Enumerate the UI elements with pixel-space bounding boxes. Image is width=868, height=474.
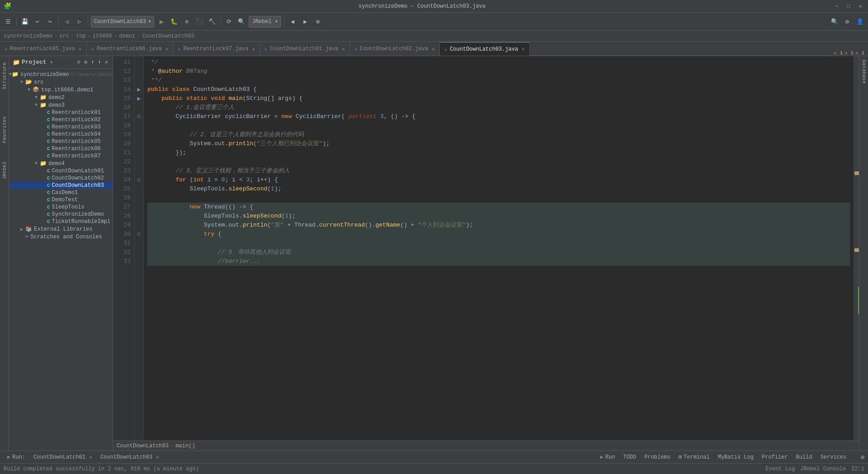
tab-reentrantlock05[interactable]: ☕ ReentrantLock05.java ✕ xyxy=(0,42,87,56)
tab-reentrantlock06[interactable]: ☕ ReentrantLock06.java ✕ xyxy=(87,42,174,56)
sidebar-dropdown-icon[interactable]: ▾ xyxy=(50,59,53,65)
tree-item-rl06[interactable]: C ReentrantLock06 xyxy=(9,145,113,152)
scroll-thumb[interactable] xyxy=(858,287,859,314)
favorites-tab[interactable]: Favorites xyxy=(1,114,8,146)
tree-item-rl05[interactable]: C ReentrantLock05 xyxy=(9,138,113,145)
tree-item-ticketrunnableimpl[interactable]: C TicketRunnableImpl xyxy=(9,218,113,225)
maximize-button[interactable]: □ xyxy=(844,2,853,10)
prev-button[interactable]: ◀ xyxy=(287,15,298,28)
tree-item-external-libs[interactable]: ▶ 📚 External Libraries xyxy=(9,225,113,233)
run-cdl03-tab[interactable]: CountDownLatch03 ✕ xyxy=(97,453,163,461)
structure-tab[interactable]: Structure xyxy=(1,60,8,92)
save-button[interactable]: 💾 xyxy=(19,15,30,28)
tab-close-button2[interactable]: ✕ xyxy=(165,46,169,52)
editor-breadcrumb-method[interactable]: main() xyxy=(175,443,195,449)
undo-button[interactable]: ↩ xyxy=(32,15,43,28)
tree-item-src[interactable]: ▼ 📂 src xyxy=(9,78,113,86)
tree-item-rl04[interactable]: C ReentrantLock04 xyxy=(9,131,113,138)
run-button[interactable]: ▶ xyxy=(156,15,167,28)
settings-button[interactable]: ⚙ xyxy=(312,15,323,28)
sidebar-sync-button[interactable]: ⊙ xyxy=(76,58,81,66)
tree-item-demo4[interactable]: ▼ 📁 demo4 xyxy=(9,160,113,167)
tree-item-package[interactable]: ▼ 📦 top.it6666.demo1 xyxy=(9,86,113,94)
update-button[interactable]: ⟳ xyxy=(223,15,234,28)
tree-item-rl07[interactable]: C ReentrantLock07 xyxy=(9,152,113,160)
tree-item-rl01[interactable]: C ReentrantLock01 xyxy=(9,109,113,116)
editor-breadcrumb-class[interactable]: CountDownLatch03 xyxy=(117,443,169,449)
event-log-button[interactable]: Event Log xyxy=(766,466,795,472)
tree-item-sleeptools[interactable]: C SleepTools xyxy=(9,204,113,211)
panel-settings-button[interactable]: ⚙ xyxy=(861,454,864,461)
build-button[interactable]: 🔨 xyxy=(207,15,217,28)
tab-countdownlatch01[interactable]: ☕ CountDownLatch01.java ✕ xyxy=(260,42,350,56)
tree-item-scratches[interactable]: ✂ Scratches and Consoles xyxy=(9,233,113,241)
tree-item-cdl01[interactable]: C CountDownLatch01 xyxy=(9,167,113,175)
tree-item-synchronizedemo[interactable]: ▼ 📁 synchronizeDemo C:\Users\30315\Dow xyxy=(9,71,113,78)
navigate-forward-button[interactable]: ▷ xyxy=(74,15,85,28)
sidebar-collapse-button[interactable]: ⬇ xyxy=(97,58,102,66)
tool-tab-profiler[interactable]: Profiler xyxy=(758,453,792,461)
jrebel-tab[interactable]: JRebel xyxy=(1,159,8,182)
breadcrumb-item-5[interactable]: demo1 xyxy=(119,33,135,39)
tab-close-button6[interactable]: ✕ xyxy=(522,46,525,52)
tree-item-demo2[interactable]: ▼ 📁 demo2 xyxy=(9,94,113,101)
tool-tab-services[interactable]: Services xyxy=(817,453,850,461)
gutter-14[interactable]: ▶ xyxy=(136,85,142,94)
minimize-button[interactable]: ─ xyxy=(833,2,841,10)
gutter-17[interactable]: ⊟ xyxy=(136,112,142,121)
breadcrumb-item-1[interactable]: synchronizeDemo xyxy=(4,33,52,39)
tab-close-cdl03[interactable]: ✕ xyxy=(156,454,159,460)
tab-close-button3[interactable]: ✕ xyxy=(252,46,255,52)
gutter-24[interactable]: ⊟ xyxy=(136,175,142,185)
breadcrumb-item-2[interactable]: src xyxy=(59,33,69,39)
debug-button[interactable]: 🐛 xyxy=(169,15,179,28)
tab-close-cdl01[interactable]: ✕ xyxy=(89,454,92,460)
tab-countdownlatch02[interactable]: ☕ CountDownLatch02.java ✕ xyxy=(350,42,440,56)
gutter-15[interactable]: ▶ xyxy=(136,94,142,103)
run-cdl01-tab[interactable]: CountDownLatch01 ✕ xyxy=(30,453,96,461)
tool-tab-terminal[interactable]: ⊞ Terminal xyxy=(675,453,713,461)
tree-item-demo3[interactable]: ▼ 📁 demo3 xyxy=(9,101,113,109)
tool-tab-todo[interactable]: TODO xyxy=(619,453,640,461)
tab-reentrantlock07[interactable]: ☕ ReentrantLock07.java ✕ xyxy=(173,42,260,56)
tool-tab-build[interactable]: Build xyxy=(793,453,816,461)
tool-tab-run[interactable]: ▶ Run xyxy=(597,453,619,461)
tab-close-button4[interactable]: ✕ xyxy=(342,46,345,52)
settings2-button[interactable]: ⚙ xyxy=(842,15,853,28)
run-tab[interactable]: ▶ Run: xyxy=(4,453,29,461)
tree-item-casdemo1[interactable]: C CasDemo1 xyxy=(9,189,113,196)
profile-button[interactable]: 👤 xyxy=(854,15,865,28)
tab-close-button5[interactable]: ✕ xyxy=(432,46,435,52)
tree-item-synchronizeddemo[interactable]: C SynchronizedDemo xyxy=(9,211,113,218)
sidebar-settings-button[interactable]: ⚙ xyxy=(83,58,88,66)
database-tab[interactable]: Database xyxy=(861,60,867,84)
next-button[interactable]: ▶ xyxy=(300,15,311,28)
tool-tab-problems[interactable]: Problems xyxy=(641,453,674,461)
close-button[interactable]: ✕ xyxy=(856,2,864,10)
stop-button[interactable]: ⬛ xyxy=(194,15,205,28)
jrebel-console-button[interactable]: JRebel Console xyxy=(800,466,846,472)
breadcrumb-item-3[interactable]: top xyxy=(76,33,86,39)
right-scrollbar[interactable] xyxy=(854,56,859,441)
tree-item-cdl03[interactable]: C CountDownLatch03 xyxy=(9,182,113,189)
tree-item-cdl02[interactable]: C CountDownLatch02 xyxy=(9,175,113,182)
navigate-back-button[interactable]: ◁ xyxy=(61,15,72,28)
tab-close-button[interactable]: ✕ xyxy=(79,46,82,52)
run-config-dropdown[interactable]: CountDownLatch03 ▾ xyxy=(91,16,154,28)
breadcrumb-item-6[interactable]: CountDownLatch03 xyxy=(142,33,194,39)
breadcrumb-item-4[interactable]: it6666 xyxy=(93,33,112,39)
redo-button[interactable]: ↪ xyxy=(45,15,56,28)
search-everywhere-button[interactable]: 🔍 xyxy=(829,15,840,28)
run-with-coverage-button[interactable]: ⊙ xyxy=(181,15,192,28)
tool-tab-mybatislog[interactable]: MyBatis Log xyxy=(714,453,757,461)
code-content[interactable]: */ * @author BNTang **/ public class Cou… xyxy=(144,56,854,441)
jrebel-dropdown[interactable]: JRebel ▾ xyxy=(249,16,281,28)
menu-button[interactable]: ☰ xyxy=(3,15,14,28)
tree-item-rl02[interactable]: C ReentrantLock02 xyxy=(9,116,113,123)
code-editor[interactable]: 11 12 13 14 15 16 17 18 19 20 21 22 23 2… xyxy=(113,56,859,441)
sidebar-close-button[interactable]: ✕ xyxy=(104,58,109,66)
tab-countdownlatch03[interactable]: ☕ CountDownLatch03.java ✕ xyxy=(440,42,530,56)
gutter-30[interactable]: ⊟ xyxy=(136,230,142,239)
tree-item-rl03[interactable]: C ReentrantLock03 xyxy=(9,123,113,131)
sidebar-expand-button[interactable]: ⬆ xyxy=(90,58,95,66)
